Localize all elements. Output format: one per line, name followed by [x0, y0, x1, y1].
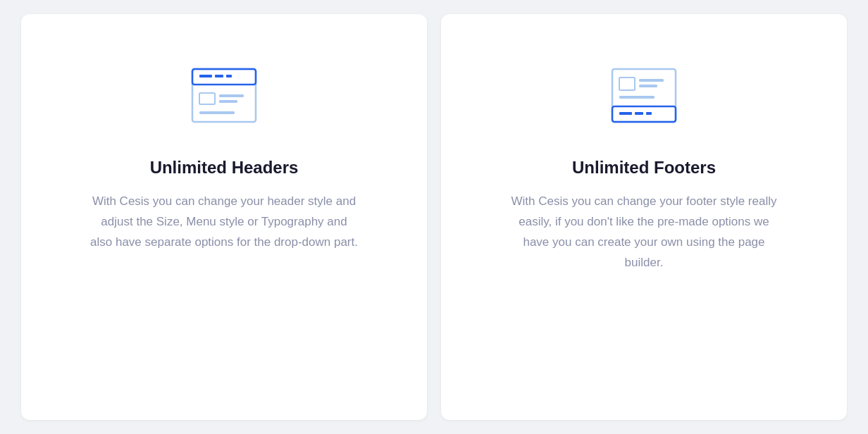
svg-rect-4 [226, 75, 232, 78]
footers-card: Unlimited Footers With Cesis you can cha… [441, 14, 847, 420]
svg-rect-11 [619, 112, 632, 115]
header-icon [178, 56, 270, 137]
svg-rect-2 [199, 75, 212, 78]
headers-card-description: With Cesis you can change your header st… [90, 192, 358, 253]
footer-icon [598, 56, 690, 137]
svg-rect-16 [639, 85, 657, 87]
footers-card-description: With Cesis you can change your footer st… [510, 192, 778, 273]
svg-rect-6 [219, 94, 244, 97]
svg-rect-7 [219, 100, 237, 103]
svg-rect-13 [646, 112, 652, 115]
svg-rect-8 [199, 111, 235, 114]
svg-rect-17 [619, 96, 655, 99]
headers-card-title: Unlimited Headers [150, 158, 299, 178]
svg-rect-5 [199, 93, 215, 104]
svg-rect-15 [639, 79, 664, 82]
footers-card-title: Unlimited Footers [572, 158, 716, 178]
svg-rect-14 [619, 78, 635, 90]
svg-rect-12 [635, 112, 643, 115]
headers-card: Unlimited Headers With Cesis you can cha… [21, 14, 427, 420]
cards-container: Unlimited Headers With Cesis you can cha… [0, 0, 868, 434]
svg-rect-3 [215, 75, 223, 78]
